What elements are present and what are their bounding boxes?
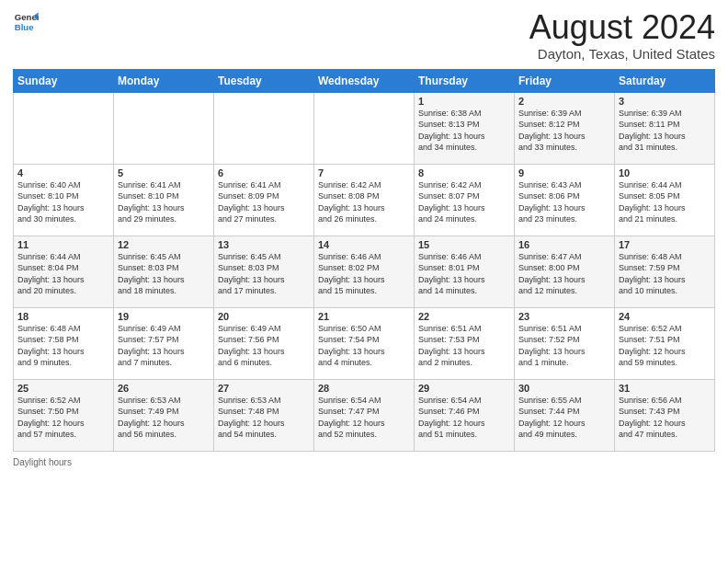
logo: General Blue xyxy=(13,9,39,35)
day-number: 4 xyxy=(17,167,109,178)
calendar-cell: 19Sunrise: 6:49 AM Sunset: 7:57 PM Dayli… xyxy=(114,307,214,379)
day-info: Sunrise: 6:47 AM Sunset: 8:00 PM Dayligh… xyxy=(518,251,610,297)
calendar-cell: 28Sunrise: 6:54 AM Sunset: 7:47 PM Dayli… xyxy=(314,379,415,451)
day-number: 10 xyxy=(619,167,711,178)
calendar-cell: 20Sunrise: 6:49 AM Sunset: 7:56 PM Dayli… xyxy=(214,307,314,379)
calendar-cell: 24Sunrise: 6:52 AM Sunset: 7:51 PM Dayli… xyxy=(615,307,715,379)
day-info: Sunrise: 6:46 AM Sunset: 8:02 PM Dayligh… xyxy=(318,251,410,297)
calendar-cell xyxy=(114,92,214,164)
day-number: 21 xyxy=(318,311,410,322)
day-number: 20 xyxy=(218,311,310,322)
day-number: 25 xyxy=(17,383,109,394)
calendar-cell: 17Sunrise: 6:48 AM Sunset: 7:59 PM Dayli… xyxy=(615,236,715,307)
day-number: 17 xyxy=(619,239,711,250)
day-info: Sunrise: 6:51 AM Sunset: 7:53 PM Dayligh… xyxy=(418,323,510,369)
day-info: Sunrise: 6:46 AM Sunset: 8:01 PM Dayligh… xyxy=(418,251,510,297)
calendar-cell: 22Sunrise: 6:51 AM Sunset: 7:53 PM Dayli… xyxy=(415,307,515,379)
day-info: Sunrise: 6:45 AM Sunset: 8:03 PM Dayligh… xyxy=(118,251,210,297)
calendar-cell: 11Sunrise: 6:44 AM Sunset: 8:04 PM Dayli… xyxy=(14,236,114,307)
calendar-cell xyxy=(314,92,415,164)
day-number: 8 xyxy=(418,167,510,178)
week-row-3: 11Sunrise: 6:44 AM Sunset: 8:04 PM Dayli… xyxy=(14,236,715,307)
calendar-cell: 15Sunrise: 6:46 AM Sunset: 8:01 PM Dayli… xyxy=(415,236,515,307)
logo-icon: General Blue xyxy=(13,9,39,35)
header: General Blue August 2024 Dayton, Texas, … xyxy=(13,9,715,62)
svg-text:Blue: Blue xyxy=(15,22,34,32)
day-number: 16 xyxy=(518,239,610,250)
day-info: Sunrise: 6:53 AM Sunset: 7:49 PM Dayligh… xyxy=(118,395,210,441)
day-number: 2 xyxy=(518,96,610,107)
calendar-cell: 21Sunrise: 6:50 AM Sunset: 7:54 PM Dayli… xyxy=(314,307,415,379)
day-info: Sunrise: 6:55 AM Sunset: 7:44 PM Dayligh… xyxy=(518,395,610,441)
day-number: 7 xyxy=(318,167,410,178)
day-number: 1 xyxy=(418,96,510,107)
day-number: 30 xyxy=(518,383,610,394)
day-number: 9 xyxy=(518,167,610,178)
week-row-2: 4Sunrise: 6:40 AM Sunset: 8:10 PM Daylig… xyxy=(14,164,715,236)
day-number: 31 xyxy=(619,383,711,394)
day-info: Sunrise: 6:49 AM Sunset: 7:56 PM Dayligh… xyxy=(218,323,310,369)
calendar-cell: 9Sunrise: 6:43 AM Sunset: 8:06 PM Daylig… xyxy=(515,164,615,236)
day-info: Sunrise: 6:45 AM Sunset: 8:03 PM Dayligh… xyxy=(218,251,310,297)
calendar-cell: 27Sunrise: 6:53 AM Sunset: 7:48 PM Dayli… xyxy=(214,379,314,451)
day-info: Sunrise: 6:44 AM Sunset: 8:04 PM Dayligh… xyxy=(17,251,109,297)
day-number: 6 xyxy=(218,167,310,178)
day-info: Sunrise: 6:53 AM Sunset: 7:48 PM Dayligh… xyxy=(218,395,310,441)
calendar-cell: 1Sunrise: 6:38 AM Sunset: 8:13 PM Daylig… xyxy=(415,92,515,164)
calendar-header-row: SundayMondayTuesdayWednesdayThursdayFrid… xyxy=(14,69,715,92)
day-header-friday: Friday xyxy=(515,69,615,92)
day-info: Sunrise: 6:39 AM Sunset: 8:12 PM Dayligh… xyxy=(518,108,610,154)
calendar-cell: 14Sunrise: 6:46 AM Sunset: 8:02 PM Dayli… xyxy=(314,236,415,307)
day-header-monday: Monday xyxy=(114,69,214,92)
day-info: Sunrise: 6:38 AM Sunset: 8:13 PM Dayligh… xyxy=(418,108,510,154)
day-info: Sunrise: 6:44 AM Sunset: 8:05 PM Dayligh… xyxy=(619,179,711,225)
day-number: 19 xyxy=(118,311,210,322)
day-number: 11 xyxy=(17,239,109,250)
calendar-cell: 29Sunrise: 6:54 AM Sunset: 7:46 PM Dayli… xyxy=(415,379,515,451)
day-info: Sunrise: 6:52 AM Sunset: 7:50 PM Dayligh… xyxy=(17,395,109,441)
day-number: 28 xyxy=(318,383,410,394)
day-info: Sunrise: 6:49 AM Sunset: 7:57 PM Dayligh… xyxy=(118,323,210,369)
calendar-cell: 2Sunrise: 6:39 AM Sunset: 8:12 PM Daylig… xyxy=(515,92,615,164)
calendar-cell: 7Sunrise: 6:42 AM Sunset: 8:08 PM Daylig… xyxy=(314,164,415,236)
calendar-cell: 6Sunrise: 6:41 AM Sunset: 8:09 PM Daylig… xyxy=(214,164,314,236)
calendar-table: SundayMondayTuesdayWednesdayThursdayFrid… xyxy=(13,69,715,452)
calendar-cell xyxy=(14,92,114,164)
day-info: Sunrise: 6:41 AM Sunset: 8:10 PM Dayligh… xyxy=(118,179,210,225)
calendar-cell: 25Sunrise: 6:52 AM Sunset: 7:50 PM Dayli… xyxy=(14,379,114,451)
week-row-5: 25Sunrise: 6:52 AM Sunset: 7:50 PM Dayli… xyxy=(14,379,715,451)
day-header-tuesday: Tuesday xyxy=(214,69,314,92)
day-header-wednesday: Wednesday xyxy=(314,69,415,92)
day-info: Sunrise: 6:48 AM Sunset: 7:59 PM Dayligh… xyxy=(619,251,711,297)
day-number: 13 xyxy=(218,239,310,250)
day-number: 27 xyxy=(218,383,310,394)
calendar-cell: 18Sunrise: 6:48 AM Sunset: 7:58 PM Dayli… xyxy=(14,307,114,379)
day-info: Sunrise: 6:40 AM Sunset: 8:10 PM Dayligh… xyxy=(17,179,109,225)
calendar-cell: 16Sunrise: 6:47 AM Sunset: 8:00 PM Dayli… xyxy=(515,236,615,307)
day-header-sunday: Sunday xyxy=(14,69,114,92)
day-info: Sunrise: 6:52 AM Sunset: 7:51 PM Dayligh… xyxy=(619,323,711,369)
calendar-cell xyxy=(214,92,314,164)
calendar-cell: 23Sunrise: 6:51 AM Sunset: 7:52 PM Dayli… xyxy=(515,307,615,379)
day-number: 22 xyxy=(418,311,510,322)
calendar-cell: 5Sunrise: 6:41 AM Sunset: 8:10 PM Daylig… xyxy=(114,164,214,236)
page-container: General Blue August 2024 Dayton, Texas, … xyxy=(0,0,728,563)
calendar-cell: 13Sunrise: 6:45 AM Sunset: 8:03 PM Dayli… xyxy=(214,236,314,307)
day-info: Sunrise: 6:56 AM Sunset: 7:43 PM Dayligh… xyxy=(619,395,711,441)
calendar-cell: 30Sunrise: 6:55 AM Sunset: 7:44 PM Dayli… xyxy=(515,379,615,451)
day-number: 26 xyxy=(118,383,210,394)
day-number: 24 xyxy=(619,311,711,322)
day-number: 18 xyxy=(17,311,109,322)
calendar-cell: 3Sunrise: 6:39 AM Sunset: 8:11 PM Daylig… xyxy=(615,92,715,164)
day-header-saturday: Saturday xyxy=(615,69,715,92)
calendar-cell: 31Sunrise: 6:56 AM Sunset: 7:43 PM Dayli… xyxy=(615,379,715,451)
calendar-cell: 10Sunrise: 6:44 AM Sunset: 8:05 PM Dayli… xyxy=(615,164,715,236)
calendar-cell: 26Sunrise: 6:53 AM Sunset: 7:49 PM Dayli… xyxy=(114,379,214,451)
day-number: 23 xyxy=(518,311,610,322)
day-number: 15 xyxy=(418,239,510,250)
calendar-cell: 4Sunrise: 6:40 AM Sunset: 8:10 PM Daylig… xyxy=(14,164,114,236)
day-info: Sunrise: 6:39 AM Sunset: 8:11 PM Dayligh… xyxy=(619,108,711,154)
day-info: Sunrise: 6:51 AM Sunset: 7:52 PM Dayligh… xyxy=(518,323,610,369)
week-row-1: 1Sunrise: 6:38 AM Sunset: 8:13 PM Daylig… xyxy=(14,92,715,164)
day-info: Sunrise: 6:43 AM Sunset: 8:06 PM Dayligh… xyxy=(518,179,610,225)
